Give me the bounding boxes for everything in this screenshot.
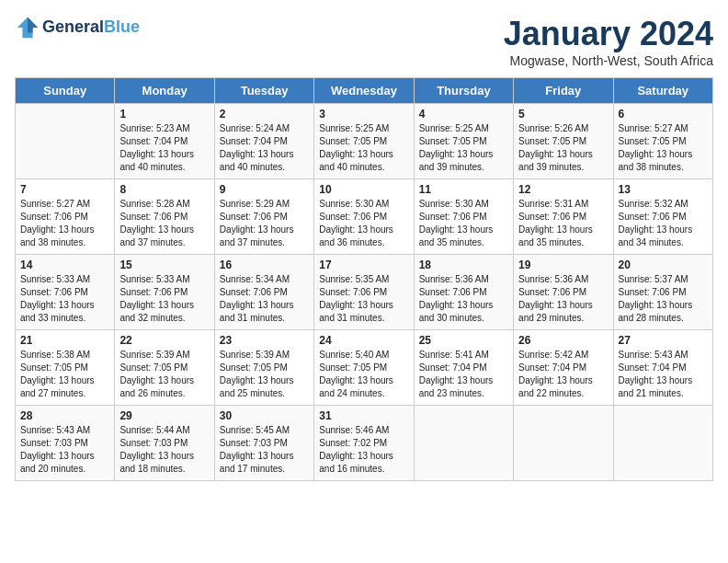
weekday-header-row: SundayMondayTuesdayWednesdayThursdayFrid… xyxy=(16,78,713,104)
day-cell: 7Sunrise: 5:27 AM Sunset: 7:06 PM Daylig… xyxy=(16,179,115,255)
day-info: Sunrise: 5:34 AM Sunset: 7:06 PM Dayligh… xyxy=(220,273,309,325)
day-number: 3 xyxy=(319,108,408,121)
day-info: Sunrise: 5:30 AM Sunset: 7:06 PM Dayligh… xyxy=(319,198,408,249)
weekday-header-friday: Friday xyxy=(514,78,613,104)
day-cell: 14Sunrise: 5:33 AM Sunset: 7:06 PM Dayli… xyxy=(16,255,115,330)
day-info: Sunrise: 5:27 AM Sunset: 7:05 PM Dayligh… xyxy=(619,122,708,174)
day-info: Sunrise: 5:33 AM Sunset: 7:06 PM Dayligh… xyxy=(119,273,209,325)
day-info: Sunrise: 5:25 AM Sunset: 7:05 PM Dayligh… xyxy=(319,122,408,174)
day-cell: 23Sunrise: 5:39 AM Sunset: 7:05 PM Dayli… xyxy=(214,330,313,406)
day-info: Sunrise: 5:39 AM Sunset: 7:05 PM Dayligh… xyxy=(119,349,209,400)
day-info: Sunrise: 5:36 AM Sunset: 7:06 PM Dayligh… xyxy=(518,273,608,325)
calendar-table: SundayMondayTuesdayWednesdayThursdayFrid… xyxy=(15,77,713,481)
day-info: Sunrise: 5:31 AM Sunset: 7:06 PM Dayligh… xyxy=(518,198,608,249)
day-number: 1 xyxy=(119,108,209,121)
day-number: 12 xyxy=(518,183,608,196)
day-number: 28 xyxy=(20,409,109,422)
day-cell: 18Sunrise: 5:36 AM Sunset: 7:06 PM Dayli… xyxy=(414,255,513,330)
day-number: 18 xyxy=(419,259,508,271)
logo: GeneralBlue xyxy=(15,15,140,40)
day-cell: 16Sunrise: 5:34 AM Sunset: 7:06 PM Dayli… xyxy=(214,255,313,330)
day-info: Sunrise: 5:45 AM Sunset: 7:03 PM Dayligh… xyxy=(220,424,309,476)
day-cell: 29Sunrise: 5:44 AM Sunset: 7:03 PM Dayli… xyxy=(115,406,214,481)
day-info: Sunrise: 5:26 AM Sunset: 7:05 PM Dayligh… xyxy=(518,122,608,174)
month-title: January 2024 xyxy=(504,15,713,53)
day-number: 9 xyxy=(220,183,309,196)
day-cell: 28Sunrise: 5:43 AM Sunset: 7:03 PM Dayli… xyxy=(16,406,115,481)
day-cell: 25Sunrise: 5:41 AM Sunset: 7:04 PM Dayli… xyxy=(414,330,513,406)
day-cell xyxy=(514,406,613,481)
day-cell: 21Sunrise: 5:38 AM Sunset: 7:05 PM Dayli… xyxy=(16,330,115,406)
weekday-header-thursday: Thursday xyxy=(414,78,513,104)
day-cell: 15Sunrise: 5:33 AM Sunset: 7:06 PM Dayli… xyxy=(115,255,214,330)
day-cell: 30Sunrise: 5:45 AM Sunset: 7:03 PM Dayli… xyxy=(214,406,313,481)
day-number: 25 xyxy=(419,334,508,347)
day-info: Sunrise: 5:41 AM Sunset: 7:04 PM Dayligh… xyxy=(419,349,508,400)
day-cell xyxy=(613,406,712,481)
day-cell: 2Sunrise: 5:24 AM Sunset: 7:04 PM Daylig… xyxy=(214,104,313,179)
location: Mogwase, North-West, South Africa xyxy=(504,53,713,68)
weekday-header-saturday: Saturday xyxy=(613,78,712,104)
day-cell: 8Sunrise: 5:28 AM Sunset: 7:06 PM Daylig… xyxy=(115,179,214,255)
day-cell: 31Sunrise: 5:46 AM Sunset: 7:02 PM Dayli… xyxy=(314,406,414,481)
day-number: 26 xyxy=(518,334,608,347)
day-info: Sunrise: 5:46 AM Sunset: 7:02 PM Dayligh… xyxy=(319,424,408,476)
day-number: 31 xyxy=(319,409,408,422)
day-number: 27 xyxy=(619,334,708,347)
day-number: 8 xyxy=(119,183,209,196)
day-info: Sunrise: 5:27 AM Sunset: 7:06 PM Dayligh… xyxy=(20,198,109,249)
day-cell: 3Sunrise: 5:25 AM Sunset: 7:05 PM Daylig… xyxy=(314,104,414,179)
day-number: 22 xyxy=(119,334,209,347)
day-info: Sunrise: 5:24 AM Sunset: 7:04 PM Dayligh… xyxy=(220,122,309,174)
day-info: Sunrise: 5:25 AM Sunset: 7:05 PM Dayligh… xyxy=(419,122,508,174)
day-info: Sunrise: 5:44 AM Sunset: 7:03 PM Dayligh… xyxy=(119,424,209,476)
day-number: 23 xyxy=(220,334,309,347)
day-info: Sunrise: 5:23 AM Sunset: 7:04 PM Dayligh… xyxy=(119,122,209,174)
day-number: 10 xyxy=(319,183,408,196)
day-info: Sunrise: 5:30 AM Sunset: 7:06 PM Dayligh… xyxy=(419,198,508,249)
day-info: Sunrise: 5:43 AM Sunset: 7:04 PM Dayligh… xyxy=(619,349,708,400)
week-row-5: 28Sunrise: 5:43 AM Sunset: 7:03 PM Dayli… xyxy=(16,406,713,481)
title-block: January 2024 Mogwase, North-West, South … xyxy=(504,15,713,68)
day-info: Sunrise: 5:33 AM Sunset: 7:06 PM Dayligh… xyxy=(20,273,109,325)
day-number: 6 xyxy=(619,108,708,121)
day-number: 24 xyxy=(319,334,408,347)
logo-text: GeneralBlue xyxy=(42,18,140,37)
day-number: 13 xyxy=(619,183,708,196)
logo-icon xyxy=(15,15,40,40)
day-info: Sunrise: 5:37 AM Sunset: 7:06 PM Dayligh… xyxy=(619,273,708,325)
day-info: Sunrise: 5:39 AM Sunset: 7:05 PM Dayligh… xyxy=(220,349,309,400)
day-info: Sunrise: 5:38 AM Sunset: 7:05 PM Dayligh… xyxy=(20,349,109,400)
day-cell: 1Sunrise: 5:23 AM Sunset: 7:04 PM Daylig… xyxy=(115,104,214,179)
day-number: 17 xyxy=(319,259,408,271)
day-number: 7 xyxy=(20,183,109,196)
weekday-header-monday: Monday xyxy=(115,78,214,104)
day-number: 2 xyxy=(220,108,309,121)
day-number: 30 xyxy=(220,409,309,422)
page-header: GeneralBlue January 2024 Mogwase, North-… xyxy=(15,15,713,68)
week-row-1: 1Sunrise: 5:23 AM Sunset: 7:04 PM Daylig… xyxy=(16,104,713,179)
day-info: Sunrise: 5:28 AM Sunset: 7:06 PM Dayligh… xyxy=(119,198,209,249)
day-cell xyxy=(16,104,115,179)
day-cell: 5Sunrise: 5:26 AM Sunset: 7:05 PM Daylig… xyxy=(514,104,613,179)
day-cell xyxy=(414,406,513,481)
week-row-3: 14Sunrise: 5:33 AM Sunset: 7:06 PM Dayli… xyxy=(16,255,713,330)
day-number: 15 xyxy=(119,259,209,271)
svg-marker-1 xyxy=(28,17,38,33)
day-number: 29 xyxy=(119,409,209,422)
day-info: Sunrise: 5:35 AM Sunset: 7:06 PM Dayligh… xyxy=(319,273,408,325)
day-info: Sunrise: 5:43 AM Sunset: 7:03 PM Dayligh… xyxy=(20,424,109,476)
week-row-4: 21Sunrise: 5:38 AM Sunset: 7:05 PM Dayli… xyxy=(16,330,713,406)
day-info: Sunrise: 5:36 AM Sunset: 7:06 PM Dayligh… xyxy=(419,273,508,325)
weekday-header-sunday: Sunday xyxy=(16,78,115,104)
day-cell: 19Sunrise: 5:36 AM Sunset: 7:06 PM Dayli… xyxy=(514,255,613,330)
day-number: 19 xyxy=(518,259,608,271)
day-number: 16 xyxy=(220,259,309,271)
day-cell: 26Sunrise: 5:42 AM Sunset: 7:04 PM Dayli… xyxy=(514,330,613,406)
day-cell: 4Sunrise: 5:25 AM Sunset: 7:05 PM Daylig… xyxy=(414,104,513,179)
week-row-2: 7Sunrise: 5:27 AM Sunset: 7:06 PM Daylig… xyxy=(16,179,713,255)
day-cell: 20Sunrise: 5:37 AM Sunset: 7:06 PM Dayli… xyxy=(613,255,712,330)
day-info: Sunrise: 5:29 AM Sunset: 7:06 PM Dayligh… xyxy=(220,198,309,249)
day-cell: 27Sunrise: 5:43 AM Sunset: 7:04 PM Dayli… xyxy=(613,330,712,406)
day-number: 11 xyxy=(419,183,508,196)
